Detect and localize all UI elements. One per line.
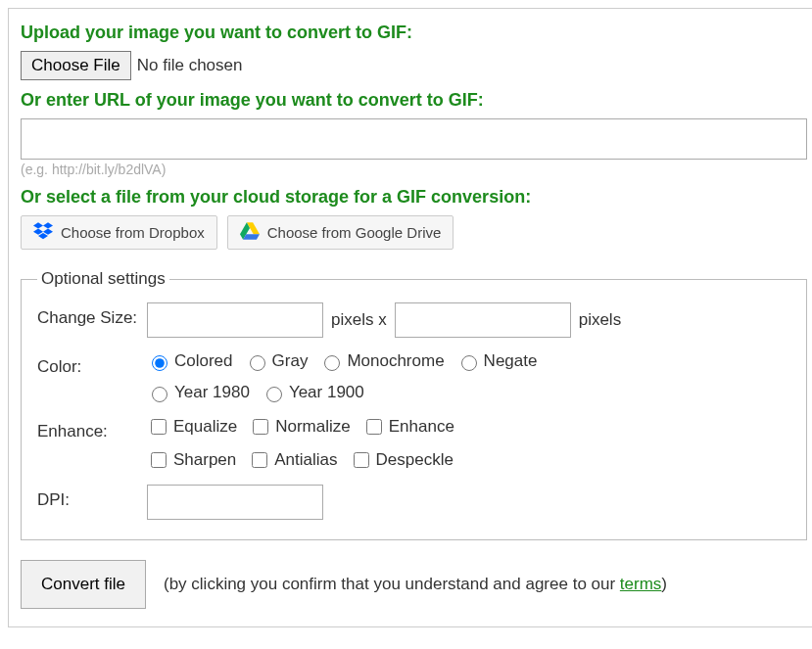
dropbox-label: Choose from Dropbox [61, 224, 205, 241]
svg-marker-1 [43, 222, 53, 228]
enhance-antialias[interactable]: Antialias [248, 449, 337, 471]
submit-row: Convert file (by clicking you confirm th… [21, 560, 807, 609]
color-row: Color: Colored Gray Monochrome Negate Ye… [37, 351, 790, 402]
color-year1980-radio[interactable] [152, 387, 167, 402]
color-colored[interactable]: Colored [147, 351, 233, 371]
cloud-heading: Or select a file from your cloud storage… [21, 187, 807, 208]
color-monochrome[interactable]: Monochrome [319, 351, 444, 371]
dpi-label: DPI: [37, 485, 147, 510]
google-drive-icon [240, 222, 260, 243]
enhance-row: Enhance: Equalize Normalize Enhance Shar… [37, 416, 790, 471]
color-monochrome-radio[interactable] [324, 355, 340, 371]
color-year1900[interactable]: Year 1900 [262, 383, 364, 402]
disclaimer-suffix: ) [661, 575, 667, 593]
enhance-normalize[interactable]: Normalize [249, 416, 351, 438]
url-heading: Or enter URL of your image you want to c… [21, 90, 807, 111]
color-label: Color: [37, 351, 147, 377]
cloud-row: Choose from Dropbox Choose from Google D… [21, 215, 807, 250]
color-negate-radio[interactable] [461, 355, 477, 371]
enhance-antialias-checkbox[interactable] [252, 452, 267, 468]
file-row: Choose File No file chosen [21, 51, 807, 80]
url-input[interactable] [21, 118, 807, 160]
disclaimer: (by clicking you confirm that you unders… [164, 572, 667, 597]
enhance-despeckle-checkbox[interactable] [354, 452, 369, 468]
color-negate[interactable]: Negate [456, 351, 538, 371]
height-input[interactable] [395, 302, 571, 338]
dpi-row: DPI: [37, 485, 790, 520]
upload-heading: Upload your image you want to convert to… [21, 23, 807, 43]
enhance-equalize-checkbox[interactable] [151, 419, 167, 435]
size-suffix: pixels [579, 310, 621, 330]
color-gray-radio[interactable] [250, 355, 265, 371]
enhance-sharpen[interactable]: Sharpen [147, 449, 236, 471]
choose-file-button[interactable]: Choose File [21, 51, 131, 80]
disclaimer-prefix: (by clicking you confirm that you unders… [164, 575, 620, 593]
width-input[interactable] [147, 302, 323, 338]
color-year1900-radio[interactable] [266, 387, 282, 402]
url-hint: (e.g. http://bit.ly/b2dlVA) [21, 162, 807, 177]
google-drive-label: Choose from Google Drive [267, 224, 442, 241]
enhance-equalize[interactable]: Equalize [147, 416, 237, 438]
dropbox-icon [33, 222, 53, 243]
enhance-label: Enhance: [37, 416, 147, 441]
enhance-despeckle[interactable]: Despeckle [350, 449, 454, 471]
color-colored-radio[interactable] [152, 355, 167, 371]
enhance-enhance[interactable]: Enhance [362, 416, 454, 438]
dpi-input[interactable] [147, 485, 323, 520]
enhance-sharpen-checkbox[interactable] [151, 452, 167, 468]
google-drive-button[interactable]: Choose from Google Drive [227, 215, 454, 250]
color-gray[interactable]: Gray [245, 351, 309, 371]
no-file-text: No file chosen [137, 56, 243, 75]
dropbox-button[interactable]: Choose from Dropbox [21, 215, 217, 250]
size-sep: pixels x [331, 310, 387, 330]
converter-panel: Upload your image you want to convert to… [8, 8, 812, 627]
enhance-normalize-checkbox[interactable] [253, 419, 268, 435]
optional-legend: Optional settings [37, 269, 169, 289]
size-label: Change Size: [37, 302, 147, 328]
color-year1980[interactable]: Year 1980 [147, 383, 250, 402]
size-row: Change Size: pixels x pixels [37, 302, 790, 338]
convert-button[interactable]: Convert file [21, 560, 146, 609]
svg-marker-0 [33, 222, 43, 228]
terms-link[interactable]: terms [620, 575, 662, 593]
optional-settings-fieldset: Optional settings Change Size: pixels x … [21, 269, 807, 540]
enhance-enhance-checkbox[interactable] [366, 419, 382, 435]
